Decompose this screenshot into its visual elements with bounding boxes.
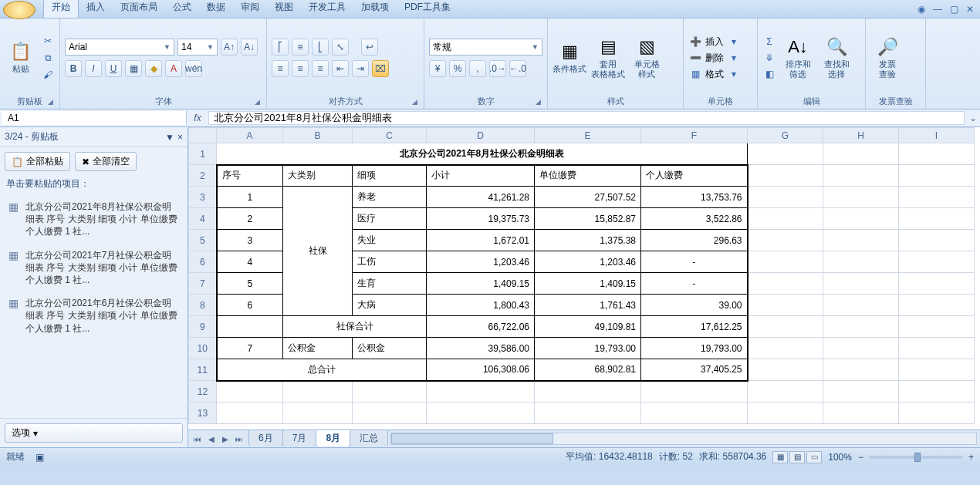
align-left-icon[interactable]: ≡	[272, 60, 289, 77]
cell[interactable]: 工伤	[353, 251, 427, 273]
cell[interactable]: 1,761.43	[535, 295, 641, 316]
fill-color-button[interactable]: ◆	[145, 60, 162, 77]
cell[interactable]	[823, 230, 899, 251]
wrap-text-icon[interactable]: ↩	[361, 39, 378, 56]
cell[interactable]	[748, 273, 823, 295]
paste-button[interactable]: 📋 粘贴	[5, 22, 36, 94]
zoom-level[interactable]: 100%	[828, 452, 852, 463]
cell[interactable]: 296.63	[641, 230, 748, 251]
cell[interactable]	[899, 165, 975, 187]
row-header[interactable]: 3	[189, 187, 217, 208]
sheet-nav-first-icon[interactable]: ⏮	[191, 435, 204, 443]
cell[interactable]	[899, 381, 975, 402]
increase-font-icon[interactable]: A↑	[221, 39, 238, 56]
cell[interactable]: 15,852.87	[535, 208, 641, 230]
help-icon[interactable]: ◉	[917, 4, 925, 15]
cell-styles-button[interactable]: ▧单元格 样式	[630, 22, 664, 94]
clipboard-item[interactable]: ▦北京分公司2021年7月社保公积金明细表 序号 大类别 细项 小计 单位缴费 …	[5, 244, 183, 292]
sheet-tab[interactable]: 7月	[282, 429, 317, 446]
cell[interactable]: 养老	[353, 187, 427, 208]
indent-inc-icon[interactable]: ⇥	[352, 60, 369, 77]
cell[interactable]: 1,203.46	[427, 251, 535, 273]
tab-developer[interactable]: 开发工具	[301, 0, 353, 18]
cell[interactable]: 1,203.46	[535, 251, 641, 273]
col-header[interactable]: H	[823, 128, 899, 143]
clipboard-item[interactable]: ▦北京分公司2021年8月社保公积金明细表 序号 大类别 细项 小计 单位缴费 …	[5, 195, 183, 244]
col-header[interactable]: C	[353, 128, 427, 143]
cell[interactable]: 27,507.52	[535, 187, 641, 208]
align-launcher[interactable]: ◢	[412, 98, 417, 106]
col-header[interactable]: G	[748, 128, 823, 143]
cell[interactable]: 39.00	[641, 295, 748, 316]
cell[interactable]: 1,672.01	[427, 230, 535, 251]
cell[interactable]	[823, 316, 899, 338]
align-top-icon[interactable]: ⎡	[272, 39, 289, 56]
format-cells-button[interactable]: ▦格式▾	[688, 67, 741, 81]
cell[interactable]	[748, 359, 823, 381]
cell[interactable]	[823, 165, 899, 187]
cell[interactable]: 7	[217, 338, 283, 359]
cell[interactable]: 3,522.86	[641, 208, 748, 230]
cell[interactable]	[535, 402, 641, 424]
inc-decimal-icon[interactable]: .0→	[489, 60, 506, 77]
cell[interactable]	[535, 381, 641, 402]
delete-cells-button[interactable]: ➖删除▾	[688, 51, 741, 65]
row-header[interactable]: 8	[189, 295, 217, 316]
tab-insert[interactable]: 插入	[79, 0, 113, 18]
cell[interactable]	[823, 402, 899, 424]
merge-center-icon[interactable]: ⌧	[372, 60, 389, 77]
cell[interactable]	[899, 359, 975, 381]
row-header[interactable]: 6	[189, 251, 217, 273]
sheet-nav-next-icon[interactable]: ▶	[219, 435, 231, 443]
cell[interactable]: 社保合计	[283, 316, 427, 338]
cell[interactable]: 41,261.28	[427, 187, 535, 208]
cell[interactable]	[899, 273, 975, 295]
sheet-tab[interactable]: 8月	[316, 429, 350, 446]
view-layout-icon[interactable]: ▤	[789, 451, 805, 463]
cell[interactable]: 2	[217, 208, 283, 230]
close-icon[interactable]: ✕	[966, 4, 974, 15]
cell[interactable]	[823, 295, 899, 316]
office-button[interactable]	[3, 1, 35, 19]
view-pagebreak-icon[interactable]: ▭	[806, 451, 822, 463]
cell[interactable]: 小计	[427, 165, 535, 187]
cell-title[interactable]: 北京分公司2021年8月社保公积金明细表	[217, 143, 748, 165]
tab-data[interactable]: 数据	[199, 0, 233, 18]
conditional-format-button[interactable]: ▦条件格式	[553, 22, 586, 94]
row-header[interactable]: 2	[189, 165, 217, 187]
row-header[interactable]: 1	[189, 143, 217, 165]
align-middle-icon[interactable]: ≡	[292, 39, 309, 56]
options-button[interactable]: 选项 ▾	[5, 423, 183, 443]
cell[interactable]: -	[641, 251, 748, 273]
cell[interactable]	[748, 295, 823, 316]
cell[interactable]: 6	[217, 295, 283, 316]
clear-all-button[interactable]: ✖全部清空	[75, 152, 137, 171]
sheet-tab[interactable]: 汇总	[350, 429, 388, 446]
currency-icon[interactable]: ¥	[429, 60, 446, 77]
cell[interactable]	[899, 251, 975, 273]
cell[interactable]: 公积金	[283, 338, 353, 359]
cell[interactable]: 68,902.81	[535, 359, 641, 381]
cell[interactable]	[748, 230, 823, 251]
cell[interactable]	[283, 381, 353, 402]
zoom-out-icon[interactable]: −	[858, 452, 863, 463]
formula-input[interactable]: 北京分公司2021年8月社保公积金明细表	[208, 111, 965, 125]
zoom-in-icon[interactable]: +	[968, 452, 974, 463]
col-header[interactable]: A	[217, 128, 283, 143]
orientation-icon[interactable]: ⤡	[332, 39, 349, 56]
cell[interactable]: 19,793.00	[641, 338, 748, 359]
row-header[interactable]: 9	[189, 316, 217, 338]
minimize-icon[interactable]: —	[933, 4, 942, 15]
cell[interactable]	[748, 143, 823, 165]
macro-record-icon[interactable]: ▣	[35, 452, 44, 463]
cell[interactable]	[823, 359, 899, 381]
cell[interactable]	[899, 208, 975, 230]
col-header[interactable]: F	[641, 128, 748, 143]
cell[interactable]	[823, 381, 899, 402]
cell[interactable]: 医疗	[353, 208, 427, 230]
cell[interactable]	[899, 316, 975, 338]
cell[interactable]: 公积金	[353, 338, 427, 359]
sheet-nav-prev-icon[interactable]: ◀	[205, 435, 218, 443]
cell[interactable]: 1	[217, 187, 283, 208]
cell[interactable]: 39,586.00	[427, 338, 535, 359]
